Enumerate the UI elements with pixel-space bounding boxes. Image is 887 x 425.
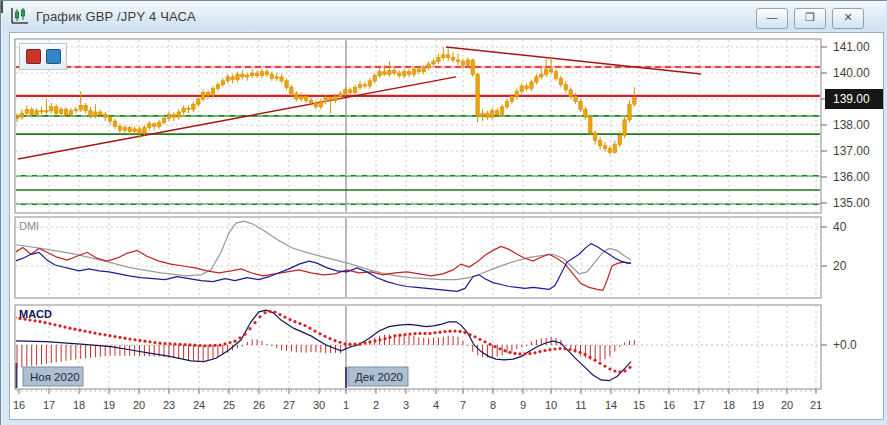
svg-text:11: 11 — [575, 399, 586, 411]
svg-text:16: 16 — [663, 399, 675, 411]
svg-text:20: 20 — [133, 399, 145, 411]
svg-text:9: 9 — [520, 399, 526, 411]
svg-text:135.00: 135.00 — [833, 196, 870, 210]
chart-window: График GBP /JPY 4 ЧАСА — ❐ ✕ DMIMACD141.… — [0, 0, 887, 425]
svg-text:40: 40 — [833, 220, 847, 234]
svg-text:25: 25 — [223, 399, 235, 411]
svg-text:26: 26 — [253, 399, 265, 411]
svg-text:23: 23 — [163, 399, 175, 411]
svg-text:17: 17 — [43, 399, 55, 411]
svg-text:136.00: 136.00 — [833, 170, 870, 184]
dmi-label: DMI — [19, 220, 39, 232]
blue-marker-button[interactable] — [46, 49, 61, 64]
svg-text:24: 24 — [193, 399, 205, 411]
svg-text:137.00: 137.00 — [833, 144, 870, 158]
svg-text:139.00: 139.00 — [833, 92, 870, 106]
svg-text:14: 14 — [605, 399, 617, 411]
macd-label: MACD — [19, 308, 52, 320]
svg-text:2: 2 — [373, 399, 379, 411]
svg-text:18: 18 — [73, 399, 85, 411]
svg-text:20: 20 — [781, 399, 793, 411]
svg-text:19: 19 — [752, 399, 764, 411]
svg-text:8: 8 — [490, 399, 496, 411]
svg-text:17: 17 — [693, 399, 705, 411]
svg-text:20: 20 — [833, 259, 847, 273]
svg-text:30: 30 — [313, 399, 325, 411]
price-axis: 141.00140.00139.00138.00137.00136.00135.… — [821, 40, 883, 352]
svg-text:27: 27 — [283, 399, 295, 411]
svg-text:138.00: 138.00 — [833, 118, 870, 132]
svg-text:21: 21 — [810, 399, 822, 411]
svg-text:3: 3 — [403, 399, 409, 411]
svg-text:Дек 2020: Дек 2020 — [355, 371, 403, 383]
svg-text:18: 18 — [723, 399, 735, 411]
panel-frames — [15, 39, 821, 389]
svg-text:140.00: 140.00 — [833, 66, 870, 80]
red-marker-button[interactable] — [26, 49, 41, 64]
chart-canvas: DMIMACD141.00140.00139.00138.00137.00136… — [1, 1, 887, 425]
svg-text:141.00: 141.00 — [833, 40, 870, 54]
svg-text:1: 1 — [343, 399, 349, 411]
svg-text:19: 19 — [103, 399, 115, 411]
svg-text:Ноя 2020: Ноя 2020 — [30, 371, 80, 383]
chart-toolbar — [19, 43, 67, 70]
svg-text:4: 4 — [433, 399, 439, 411]
svg-text:+0.0: +0.0 — [833, 338, 857, 352]
svg-text:15: 15 — [633, 399, 645, 411]
svg-text:16: 16 — [13, 399, 25, 411]
svg-text:7: 7 — [460, 399, 466, 411]
svg-text:10: 10 — [545, 399, 557, 411]
date-axis: 1617181920232425262730123478910111415161… — [13, 389, 822, 411]
